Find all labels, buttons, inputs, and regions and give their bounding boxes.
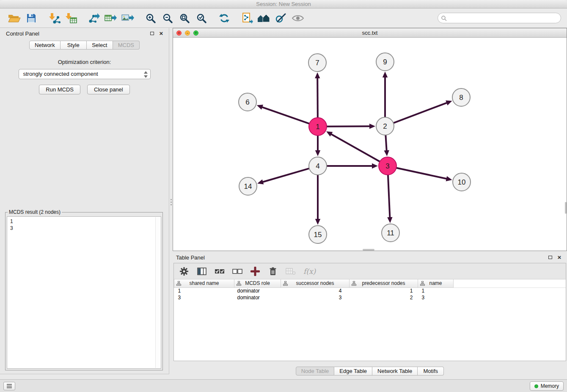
graph-node-label: 15 [314, 231, 322, 239]
graph-edge-1-6[interactable] [261, 107, 309, 124]
table-cell[interactable]: dominator [234, 294, 281, 301]
save-floppy-icon [26, 13, 36, 23]
show-hide-panel-button[interactable] [289, 11, 306, 26]
graph-edge-2-8[interactable] [394, 102, 448, 123]
float-panel-button[interactable] [149, 30, 155, 37]
task-history-button[interactable] [3, 382, 15, 390]
zoom-out-icon [162, 13, 173, 24]
import-network-button[interactable] [46, 11, 63, 26]
table-cell[interactable]: 3 [418, 294, 454, 301]
column-header-mcds-role[interactable]: MCDS role [234, 279, 281, 287]
control-panel-tabs: NetworkStyleSelectMCDS [0, 41, 169, 50]
graph-edge-4-14[interactable] [262, 168, 309, 182]
clone-network-button[interactable] [239, 11, 256, 26]
tab-style[interactable]: Style [61, 41, 87, 50]
graph-edge-1-2[interactable] [327, 126, 370, 127]
table-settings-button[interactable] [179, 265, 189, 277]
result-scrollbar[interactable] [155, 217, 160, 368]
zoom-fit-icon [179, 13, 190, 24]
splitter-handle[interactable] [170, 196, 172, 208]
table-tab-motifs[interactable]: Motifs [418, 367, 444, 375]
home-icon [257, 13, 271, 23]
refresh-view-button[interactable] [216, 11, 233, 26]
search-input[interactable] [438, 13, 561, 23]
table-row[interactable]: 3dominator323 [174, 294, 566, 301]
criterion-dropdown-value: strongly connected component [23, 71, 98, 77]
export-image-button[interactable] [119, 11, 136, 26]
table-tab-network-table[interactable]: Network Table [372, 367, 418, 375]
column-chooser-button[interactable] [197, 265, 207, 277]
close-panel-button-mcds[interactable]: Close panel [87, 85, 130, 94]
table-cell[interactable]: dominator [234, 287, 281, 294]
zoom-out-button[interactable] [159, 11, 176, 26]
zoom-in-button[interactable] [142, 11, 159, 26]
tab-select[interactable]: Select [87, 41, 113, 50]
save-session-button[interactable] [23, 11, 40, 26]
graph-edge-arrowhead [387, 217, 392, 223]
export-network-button[interactable] [85, 11, 102, 26]
graph-node-label: 14 [244, 182, 252, 190]
window-close-button[interactable]: × [176, 30, 182, 36]
criterion-dropdown[interactable]: strongly connected component [19, 69, 151, 79]
optimization-criterion-label: Optimization criterion: [0, 59, 169, 65]
network-vertical-scrollbar[interactable] [565, 202, 567, 214]
export-table-button[interactable] [102, 11, 119, 26]
table-cell[interactable]: 2 [350, 294, 418, 301]
table-cell-filler [454, 287, 566, 294]
table-tab-edge-table[interactable]: Edge Table [334, 367, 372, 375]
graph-edge-1-7[interactable] [317, 77, 318, 118]
graph-node-label: 10 [458, 178, 466, 186]
clone-network-icon [242, 12, 253, 24]
window-titlebar[interactable]: Session: New Session [0, 0, 567, 8]
table-row[interactable]: 1dominator411 [174, 287, 566, 294]
tab-network[interactable]: Network [29, 41, 61, 50]
graph-edge-3-10[interactable] [396, 168, 447, 179]
import-table-button[interactable] [63, 11, 80, 26]
run-mcds-button[interactable]: Run MCDS [39, 85, 80, 94]
table-cell[interactable]: 3 [174, 294, 234, 301]
window-minimize-button[interactable]: – [185, 30, 190, 36]
dropdown-stepper-icon [143, 71, 148, 81]
network-graph[interactable]: 1234678910111415 [173, 38, 567, 251]
column-header-name[interactable]: name [418, 279, 454, 287]
apply-style-button[interactable] [272, 11, 289, 26]
home-layout-button[interactable] [256, 11, 272, 26]
open-session-button[interactable] [6, 11, 23, 26]
graph-edge-2-3[interactable] [385, 135, 386, 151]
table-cell[interactable]: 4 [281, 287, 350, 294]
column-header-predecessor-nodes[interactable]: predecessor nodes [350, 279, 418, 287]
table-float-panel-button[interactable] [547, 254, 553, 261]
network-window-titlebar[interactable]: × – + scc.txt [173, 28, 567, 38]
graph-edge-3-11[interactable] [388, 175, 390, 218]
table-panel-tabs: Node TableEdge TableNetwork TableMotifs [173, 367, 567, 375]
mcds-result-list[interactable]: 1 3 [7, 216, 161, 369]
delete-table-button[interactable] [286, 265, 296, 277]
column-header-successor-nodes[interactable]: successor nodes [281, 279, 350, 287]
select-all-button[interactable] [215, 265, 225, 277]
delete-row-button[interactable] [268, 265, 278, 277]
table-close-panel-button[interactable]: × [556, 254, 563, 261]
table-cell[interactable]: 1 [350, 287, 418, 294]
column-header-shared-name[interactable]: shared name [174, 279, 234, 287]
network-horizontal-scrollbar[interactable] [363, 249, 374, 251]
graph-edge-arrowhead [257, 105, 263, 110]
graph-node-label: 6 [245, 98, 249, 106]
close-panel-button[interactable]: × [158, 30, 165, 37]
zoom-selected-button[interactable] [193, 11, 210, 26]
table-cell[interactable]: 1 [174, 287, 234, 294]
function-builder-button[interactable]: f(x) [303, 265, 316, 277]
table-cell[interactable]: 3 [281, 294, 350, 301]
memory-button[interactable]: Memory [530, 381, 564, 391]
zoom-fit-button[interactable] [176, 11, 193, 26]
column-chooser-icon [197, 267, 206, 276]
tab-mcds[interactable]: MCDS [113, 41, 140, 50]
graph-edge-3-1[interactable] [330, 134, 380, 162]
add-row-button[interactable] [250, 265, 260, 277]
table-tab-node-table[interactable]: Node Table [296, 367, 335, 375]
window-zoom-button[interactable]: + [193, 30, 198, 36]
attribute-tree-icon [176, 281, 181, 286]
export-table-icon [105, 13, 117, 24]
deselect-all-button[interactable] [232, 265, 242, 277]
table-cell[interactable]: 1 [418, 287, 454, 294]
table-panel: Table Panel × [173, 252, 567, 376]
